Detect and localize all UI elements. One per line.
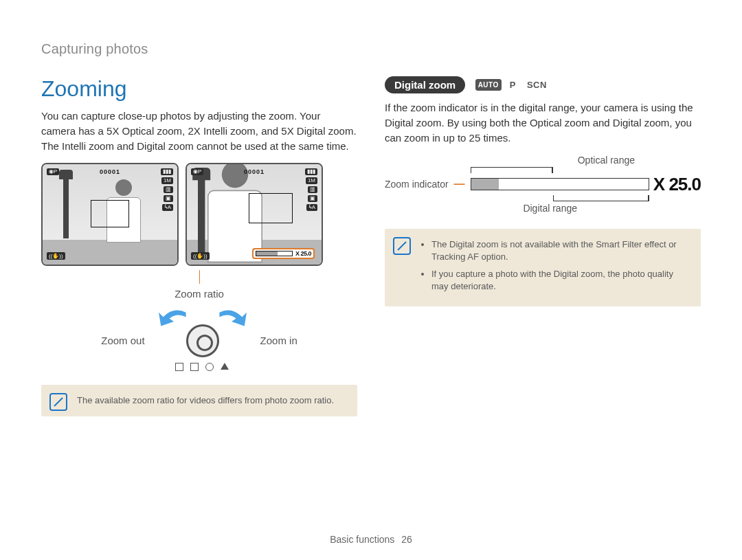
focus-box-icon bbox=[91, 200, 129, 227]
arrow-left-icon bbox=[159, 309, 189, 335]
zoom-range-diagram: Optical range Zoom indicator — X 25.0 Di… bbox=[385, 155, 701, 214]
zoom-dial-icon bbox=[186, 324, 219, 357]
zoom-indicator-label: Zoom indicator bbox=[385, 179, 449, 190]
zoom-out-label: Zoom out bbox=[101, 335, 144, 346]
chapter-heading: Capturing photos bbox=[41, 41, 701, 57]
note-bullet: The Digital zoom is not available with t… bbox=[431, 238, 691, 263]
note-icon bbox=[49, 393, 67, 411]
flash-icon: ϟA bbox=[162, 204, 173, 211]
mode-icon: ◉P bbox=[191, 168, 203, 175]
play-icon bbox=[205, 363, 214, 371]
tele-icon bbox=[190, 363, 199, 371]
mode-badges: AUTO P SCN bbox=[475, 79, 550, 91]
section-title: Zooming bbox=[41, 76, 357, 102]
arrow-right-icon bbox=[216, 309, 247, 335]
resolution-icon: 1M bbox=[161, 177, 173, 184]
mode-scn-icon: SCN bbox=[524, 79, 550, 91]
camera-screens: ◉P 00001 ▮▮▮ 1M ▥ ▣ ϟA ((✋)) bbox=[41, 163, 357, 266]
mode-icon: ◉P bbox=[47, 168, 59, 175]
camera-screen-wide: ◉P 00001 ▮▮▮ 1M ▥ ▣ ϟA ((✋)) bbox=[41, 163, 179, 266]
battery-icon: ▮▮▮ bbox=[305, 168, 317, 175]
magnify-icon bbox=[221, 363, 229, 370]
right-column: Digital zoom AUTO P SCN If the zoom indi… bbox=[385, 76, 701, 416]
page-number: 26 bbox=[401, 534, 412, 545]
note-box-right: The Digital zoom is not available with t… bbox=[385, 229, 701, 306]
note-box-left: The available zoom ratio for videos diff… bbox=[41, 385, 357, 416]
digital-bracket-icon bbox=[553, 193, 649, 201]
manual-page: Capturing photos Zooming You can capture… bbox=[0, 0, 742, 560]
flash-icon: ϟA bbox=[306, 204, 317, 211]
quality-icon: ▥ bbox=[308, 186, 317, 193]
digital-zoom-paragraph: If the zoom indicator is in the digital … bbox=[385, 100, 701, 145]
focus-box-icon bbox=[249, 193, 293, 223]
quality-icon: ▥ bbox=[164, 186, 173, 193]
frame-counter: 00001 bbox=[100, 168, 120, 175]
frame-counter: 00001 bbox=[244, 168, 265, 175]
zoom-range-bar bbox=[471, 178, 649, 190]
zoom-max-value: X 25.0 bbox=[653, 174, 701, 195]
digital-zoom-pill: Digital zoom bbox=[385, 76, 465, 93]
subsection-header: Digital zoom AUTO P SCN bbox=[385, 76, 701, 93]
zoom-indicator-callout: X 25.0 bbox=[252, 248, 315, 259]
zoom-value: X 25.0 bbox=[295, 250, 311, 257]
mode-auto-icon: AUTO bbox=[475, 79, 502, 91]
battery-icon: ▮▮▮ bbox=[161, 168, 173, 175]
note-icon bbox=[393, 237, 411, 255]
stabilizer-icon: ((✋)) bbox=[191, 252, 210, 260]
zoom-ratio-label: Zoom ratio bbox=[41, 288, 357, 300]
stabilizer-icon: ((✋)) bbox=[47, 252, 65, 260]
intro-paragraph: You can capture close-up photos by adjus… bbox=[41, 109, 357, 153]
footer-section: Basic functions bbox=[330, 534, 394, 545]
af-icon: ▣ bbox=[308, 195, 317, 202]
left-column: Zooming You can capture close-up photos … bbox=[41, 76, 357, 416]
optical-range-label: Optical range bbox=[578, 155, 635, 166]
digital-range-label: Digital range bbox=[523, 203, 577, 214]
callout-leader bbox=[199, 270, 200, 284]
callout-dash-icon: — bbox=[454, 178, 465, 190]
note-bullet: If you capture a photo with the Digital … bbox=[431, 268, 691, 293]
mode-p-icon: P bbox=[507, 79, 519, 91]
zoom-dial-diagram: Zoom out Zoom in bbox=[41, 309, 357, 371]
two-column-layout: Zooming You can capture close-up photos … bbox=[41, 76, 701, 416]
zoom-in-label: Zoom in bbox=[260, 335, 297, 346]
af-icon: ▣ bbox=[164, 195, 173, 202]
camera-screen-tele: ◉P 00001 ▮▮▮ 1M ▥ ▣ ϟA ((✋)) X 25.0 bbox=[186, 163, 323, 266]
note-text: The available zoom ratio for videos diff… bbox=[77, 395, 334, 405]
wide-icon bbox=[175, 363, 183, 371]
optical-bracket-icon bbox=[471, 167, 553, 175]
resolution-icon: 1M bbox=[306, 177, 317, 184]
page-footer: Basic functions 26 bbox=[0, 534, 742, 545]
